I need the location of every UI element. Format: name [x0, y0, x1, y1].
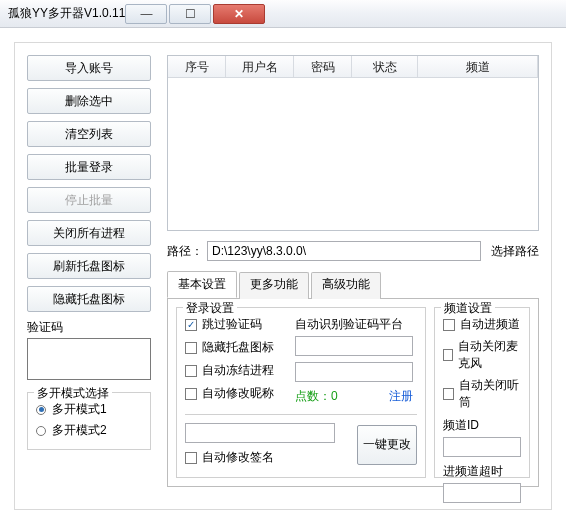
- login-legend: 登录设置: [183, 300, 237, 317]
- close-icon: ✕: [234, 7, 244, 21]
- mode-1-label: 多开模式1: [52, 401, 107, 418]
- freeze-proc-checkbox[interactable]: 自动冻结进程: [185, 362, 295, 379]
- mode-1-radio[interactable]: 多开模式1: [36, 401, 142, 418]
- minimize-icon: —: [140, 7, 152, 21]
- verify-code-image[interactable]: [27, 338, 151, 380]
- hide-tray-checkbox[interactable]: 隐藏托盘图标: [185, 339, 295, 356]
- points-text: 点数：0: [295, 388, 338, 405]
- checkbox-icon: [185, 388, 197, 400]
- path-label: 路径：: [167, 243, 203, 260]
- close-all-proc-button[interactable]: 关闭所有进程: [27, 220, 151, 246]
- channel-timeout-input[interactable]: [443, 483, 521, 503]
- col-index[interactable]: 序号: [168, 56, 226, 77]
- mode-2-radio[interactable]: 多开模式2: [36, 422, 142, 439]
- skip-verify-label: 跳过验证码: [202, 316, 262, 333]
- multi-mode-legend: 多开模式选择: [34, 385, 112, 402]
- account-table[interactable]: 序号 用户名 密码 状态 频道: [167, 55, 539, 231]
- modify-nick-checkbox[interactable]: 自动修改昵称: [185, 385, 295, 402]
- modify-nick-label: 自动修改昵称: [202, 385, 274, 402]
- col-username[interactable]: 用户名: [226, 56, 294, 77]
- close-button[interactable]: ✕: [213, 4, 265, 24]
- apply-all-button[interactable]: 一键更改: [357, 425, 417, 465]
- mode-2-label: 多开模式2: [52, 422, 107, 439]
- checkbox-icon: [185, 452, 197, 464]
- hide-tray-label: 隐藏托盘图标: [202, 339, 274, 356]
- auto-channel-label: 自动进频道: [460, 316, 520, 333]
- checkbox-icon: [443, 349, 453, 361]
- verify-code-label: 验证码: [27, 319, 159, 336]
- col-status[interactable]: 状态: [352, 56, 418, 77]
- checkbox-icon: [443, 388, 454, 400]
- channel-id-label: 频道ID: [443, 417, 521, 434]
- register-link[interactable]: 注册: [389, 388, 413, 405]
- refresh-tray-button[interactable]: 刷新托盘图标: [27, 253, 151, 279]
- stop-batch-button: 停止批量: [27, 187, 151, 213]
- choose-path-link[interactable]: 选择路径: [491, 243, 539, 260]
- col-channel[interactable]: 频道: [418, 56, 538, 77]
- platform-input[interactable]: [295, 336, 413, 356]
- tab-panel: 登录设置 ✓ 跳过验证码 隐藏托盘图标: [167, 299, 539, 487]
- tab-advanced[interactable]: 高级功能: [311, 272, 381, 299]
- channel-timeout-label: 进频道超时: [443, 463, 521, 480]
- window-title: 孤狼YY多开器V1.0.11: [8, 5, 125, 22]
- maximize-button[interactable]: ☐: [169, 4, 211, 24]
- hide-tray-button[interactable]: 隐藏托盘图标: [27, 286, 151, 312]
- channel-id-input[interactable]: [443, 437, 521, 457]
- maximize-icon: ☐: [185, 7, 196, 21]
- title-bar: 孤狼YY多开器V1.0.11 — ☐ ✕: [0, 0, 566, 28]
- auto-speaker-checkbox[interactable]: 自动关闭听筒: [443, 377, 521, 411]
- tab-more[interactable]: 更多功能: [239, 272, 309, 299]
- modify-sign-label: 自动修改签名: [202, 449, 274, 466]
- channel-settings-group: 频道设置 自动进频道 自动关闭麦克风 自动关闭听筒 频道ID: [434, 307, 530, 478]
- checkbox-icon: [185, 342, 197, 354]
- tab-basic[interactable]: 基本设置: [167, 271, 237, 298]
- auto-mic-checkbox[interactable]: 自动关闭麦克风: [443, 338, 521, 372]
- auto-mic-label: 自动关闭麦克风: [458, 338, 521, 372]
- radio-icon: [36, 405, 46, 415]
- import-accounts-button[interactable]: 导入账号: [27, 55, 151, 81]
- col-password[interactable]: 密码: [294, 56, 352, 77]
- freeze-proc-label: 自动冻结进程: [202, 362, 274, 379]
- checkbox-icon: ✓: [185, 319, 197, 331]
- path-input[interactable]: [207, 241, 481, 261]
- nickname-input[interactable]: [185, 423, 335, 443]
- platform-extra-input[interactable]: [295, 362, 413, 382]
- checkbox-icon: [443, 319, 455, 331]
- checkbox-icon: [185, 365, 197, 377]
- skip-verify-checkbox[interactable]: ✓ 跳过验证码: [185, 316, 295, 333]
- radio-icon: [36, 426, 46, 436]
- delete-selected-button[interactable]: 删除选中: [27, 88, 151, 114]
- multi-mode-group: 多开模式选择 多开模式1 多开模式2: [27, 392, 151, 450]
- channel-legend: 频道设置: [441, 300, 495, 317]
- clear-list-button[interactable]: 清空列表: [27, 121, 151, 147]
- minimize-button[interactable]: —: [125, 4, 167, 24]
- platform-label: 自动识别验证码平台: [295, 316, 417, 333]
- client-area: 导入账号 删除选中 清空列表 批量登录 停止批量 关闭所有进程 刷新托盘图标 隐…: [14, 42, 552, 510]
- login-settings-group: 登录设置 ✓ 跳过验证码 隐藏托盘图标: [176, 307, 426, 478]
- batch-login-button[interactable]: 批量登录: [27, 154, 151, 180]
- auto-speaker-label: 自动关闭听筒: [459, 377, 521, 411]
- auto-channel-checkbox[interactable]: 自动进频道: [443, 316, 521, 333]
